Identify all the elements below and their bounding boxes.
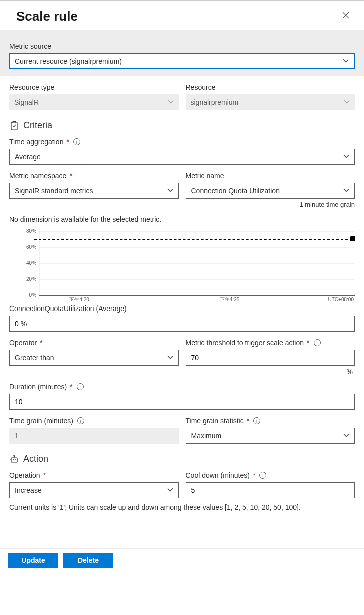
info-icon[interactable]: i (73, 138, 80, 145)
duration-field[interactable] (15, 398, 349, 406)
metric-source-value: Current resource (signalrpremium) (15, 57, 122, 65)
metric-namespace-value: SignalR standard metrics (15, 187, 93, 195)
metric-name-select[interactable]: Connection Quota Utilization (186, 183, 355, 199)
info-icon[interactable]: i (77, 383, 84, 390)
svg-point-20 (13, 459, 14, 460)
info-icon[interactable]: i (253, 417, 260, 424)
resource-select: signalrpremium (186, 94, 355, 110)
delete-button[interactable]: Delete (63, 553, 113, 568)
current-value-input[interactable] (9, 316, 355, 332)
svg-text:20%: 20% (26, 276, 36, 282)
svg-point-23 (14, 455, 15, 456)
metric-source-label: Metric source (9, 42, 355, 50)
chevron-down-icon (168, 98, 174, 106)
action-heading: Action (9, 454, 355, 464)
robot-icon (9, 454, 19, 464)
chevron-down-icon (167, 187, 173, 195)
action-heading-text: Action (23, 454, 48, 464)
chevron-down-icon (343, 187, 349, 195)
svg-rect-9 (350, 236, 355, 241)
metric-namespace-select[interactable]: SignalR standard metrics (9, 183, 179, 199)
chevron-down-icon (343, 57, 349, 65)
info-icon[interactable]: i (314, 339, 321, 346)
time-grain-statistic-label: Time grain statistic* i (186, 417, 355, 425)
chevron-down-icon (344, 98, 350, 106)
criteria-heading: Criteria (9, 120, 355, 131)
time-grain-input: 1 (9, 428, 179, 444)
svg-rect-19 (11, 458, 17, 462)
operator-select[interactable]: Greater than (9, 350, 179, 366)
cooldown-input[interactable] (186, 482, 355, 498)
chevron-down-icon (343, 153, 349, 161)
time-aggregation-label: Time aggregation* i (9, 138, 355, 146)
resource-label: Resource (186, 83, 355, 91)
chevron-down-icon (167, 354, 173, 362)
metric-chart: 80% 60% 40% 20% 0% 下午4:20 下午4:25 UTC+08:… (9, 226, 355, 301)
svg-text:60%: 60% (26, 244, 36, 250)
chevron-down-icon (167, 486, 173, 494)
threshold-input[interactable] (186, 350, 355, 366)
duration-label: Duration (minutes)* i (9, 383, 355, 391)
operation-label: Operation* (9, 471, 179, 479)
resource-type-select: SignalR (9, 94, 179, 110)
duration-input[interactable] (9, 394, 355, 410)
svg-text:80%: 80% (26, 228, 36, 234)
resource-type-label: Resource type (9, 83, 179, 91)
chevron-down-icon (343, 432, 349, 440)
metric-source-select[interactable]: Current resource (signalrpremium) (9, 53, 355, 69)
time-grain-hint: 1 minute time grain (186, 201, 355, 208)
info-icon[interactable]: i (259, 472, 266, 479)
time-aggregation-select[interactable]: Average (9, 149, 355, 165)
svg-text:UTC+08:00: UTC+08:00 (328, 297, 354, 301)
chart-legend: ConnectionQuotaUtilization (Average) (9, 304, 355, 313)
time-grain-label: Time grain (minutes) i (9, 417, 179, 425)
time-grain-statistic-select[interactable]: Maximum (186, 428, 355, 444)
update-button[interactable]: Update (8, 553, 58, 568)
time-grain-value: 1 (14, 432, 18, 440)
cooldown-field[interactable] (191, 486, 350, 494)
operation-value: Increase (15, 486, 42, 494)
current-value-field[interactable] (15, 320, 349, 328)
operation-select[interactable]: Increase (9, 482, 179, 498)
metric-namespace-label: Metric namespace* (9, 172, 179, 180)
clipboard-check-icon (9, 121, 19, 131)
time-aggregation-value: Average (15, 153, 41, 161)
threshold-unit: % (186, 368, 355, 376)
page-title: Scale rule (16, 9, 78, 24)
threshold-label: Metric threshold to trigger scale action… (186, 339, 355, 347)
operator-value: Greater than (15, 354, 54, 362)
svg-text:40%: 40% (26, 260, 36, 266)
resource-value: signalrpremium (191, 98, 239, 106)
dimension-note: No dimension is available for the select… (9, 215, 355, 223)
info-icon[interactable]: i (77, 417, 84, 424)
svg-text:下午4:20: 下午4:20 (69, 297, 89, 301)
threshold-field[interactable] (191, 354, 350, 362)
svg-text:0%: 0% (29, 292, 37, 298)
units-note: Current units is '1'; Units can scale up… (9, 503, 355, 511)
svg-text:下午4:25: 下午4:25 (220, 297, 240, 301)
close-icon (342, 11, 350, 19)
resource-type-value: SignalR (14, 98, 39, 106)
operator-label: Operator* (9, 339, 179, 347)
metric-name-value: Connection Quota Utilization (191, 187, 280, 195)
time-grain-statistic-value: Maximum (191, 432, 222, 440)
criteria-heading-text: Criteria (23, 120, 52, 131)
svg-point-21 (15, 459, 16, 460)
cooldown-label: Cool down (minutes)* i (186, 471, 355, 479)
close-button[interactable] (338, 9, 354, 24)
metric-name-label: Metric name (186, 172, 355, 180)
